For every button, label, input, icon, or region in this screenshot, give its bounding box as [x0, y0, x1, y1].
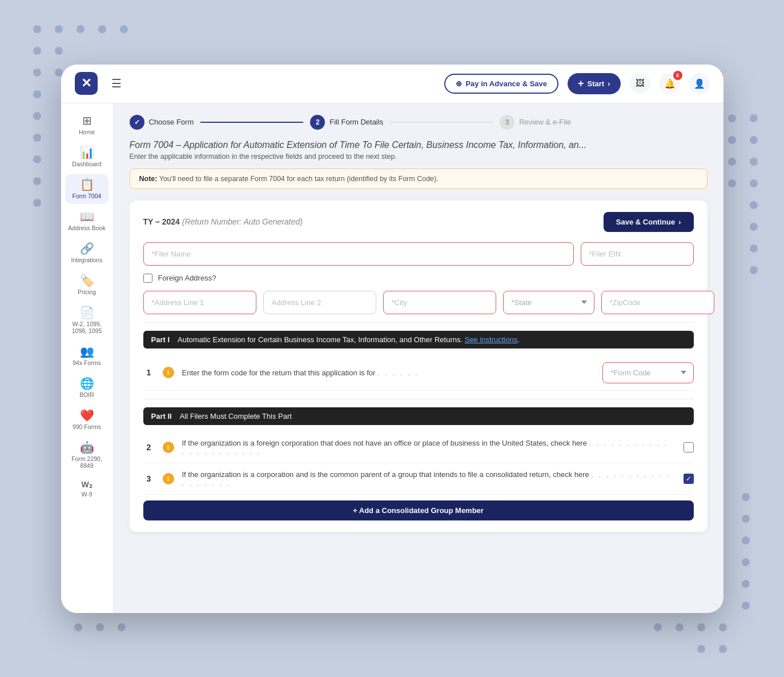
- step-1: ✓ Choose Form: [130, 115, 194, 130]
- address-book-icon: 📖: [80, 211, 94, 222]
- step-connector-2: [390, 122, 493, 123]
- sidebar: ⊞ Home 📊 Dashboard 📋 Form 7004 📖 Address…: [61, 103, 114, 613]
- navbar: ✕ ☰ ⊕ Pay in Advance & Save + Start › 🖼 …: [61, 65, 723, 103]
- foreign-address-label: Foreign Address?: [158, 274, 216, 282]
- sidebar-item-integrations[interactable]: 🔗 Integrations: [65, 238, 108, 268]
- step-3-label: Review & e-File: [519, 118, 571, 126]
- city-input[interactable]: [383, 291, 496, 314]
- sidebar-item-94x[interactable]: 👥 94x Forms: [65, 341, 108, 371]
- image-icon-button[interactable]: 🖼: [630, 73, 650, 94]
- divider-1: [143, 322, 694, 323]
- sidebar-label-address-book: Address Book: [68, 225, 105, 231]
- filer-info-row: [143, 242, 694, 266]
- form7004-icon: 📋: [80, 179, 94, 190]
- step-3-circle: 3: [500, 115, 514, 130]
- sidebar-item-990[interactable]: ❤️ 990 Forms: [65, 405, 108, 435]
- part1-header: Part I Automatic Extension for Certain B…: [143, 331, 694, 348]
- part2-header: Part II All Filers Must Complete This Pa…: [143, 407, 694, 425]
- integrations-icon: 🔗: [80, 243, 94, 254]
- row-2-text: If the organization is a foreign corpora…: [182, 439, 676, 456]
- bell-icon: 🔔: [664, 78, 676, 89]
- part1-description: Automatic Extension for Certain Business…: [178, 335, 520, 344]
- form-card: TY – 2024 (Return Number: Auto Generated…: [130, 201, 707, 532]
- 94x-icon: 👥: [80, 346, 94, 357]
- notification-button[interactable]: 🔔 5: [660, 73, 680, 94]
- sidebar-label-integrations: Integrations: [71, 257, 103, 263]
- sidebar-item-w2[interactable]: 📄 W-2, 1099, 1098, 1095: [65, 302, 108, 339]
- part2-row-3: 3 i If the organization is a corporation…: [143, 463, 694, 495]
- form-card-header: TY – 2024 (Return Number: Auto Generated…: [143, 212, 694, 232]
- menu-icon[interactable]: ☰: [111, 77, 122, 90]
- zip-input[interactable]: [601, 291, 714, 314]
- see-instructions-link[interactable]: See instructions: [465, 335, 518, 344]
- profile-button[interactable]: 👤: [689, 73, 710, 94]
- sidebar-item-dashboard[interactable]: 📊 Dashboard: [65, 142, 108, 172]
- plus-icon: +: [578, 78, 584, 90]
- filer-name-input[interactable]: [143, 242, 574, 266]
- sidebar-item-form7004[interactable]: 📋 Form 7004: [65, 174, 108, 204]
- part2-row-2: 2 i If the organization is a foreign cor…: [143, 432, 694, 463]
- row-3-info-icon: i: [163, 473, 174, 484]
- sidebar-item-form2290[interactable]: 🤖 Form 2290, 8849: [65, 437, 108, 474]
- row-1-number: 1: [143, 368, 155, 377]
- divider-2: [143, 399, 694, 399]
- state-select[interactable]: *State: [503, 291, 594, 314]
- start-button[interactable]: + Start ›: [568, 73, 620, 94]
- chevron-icon: ›: [608, 79, 610, 88]
- sidebar-item-home[interactable]: ⊞ Home: [65, 110, 108, 140]
- app-logo[interactable]: ✕: [75, 72, 98, 95]
- sidebar-label-w2: W-2, 1099, 1098, 1095: [67, 321, 106, 334]
- form2290-icon: 🤖: [80, 442, 94, 453]
- row-2-checkbox[interactable]: [684, 442, 694, 452]
- ty-label: TY – 2024 (Return Number: Auto Generated…: [143, 217, 303, 226]
- form-code-select[interactable]: *Form Code: [602, 362, 694, 383]
- body-layout: ⊞ Home 📊 Dashboard 📋 Form 7004 📖 Address…: [61, 103, 723, 613]
- part2-description: All Filers Must Complete This Part: [180, 412, 292, 420]
- step-1-circle: ✓: [130, 115, 144, 130]
- step-1-label: Choose Form: [149, 118, 194, 126]
- pay-advance-button[interactable]: ⊕ Pay in Advance & Save: [444, 74, 558, 94]
- sidebar-item-pricing[interactable]: 🏷️ Pricing: [65, 270, 108, 300]
- sidebar-item-address-book[interactable]: 📖 Address Book: [65, 206, 108, 236]
- filer-ein-input[interactable]: [581, 242, 694, 266]
- form-subtitle: – Application for Automatic Extension of…: [176, 140, 586, 150]
- part1-row-1: 1 i Enter the form code for the return t…: [143, 355, 694, 391]
- image-icon: 🖼: [636, 78, 645, 89]
- app-container: ✕ ☰ ⊕ Pay in Advance & Save + Start › 🖼 …: [61, 65, 723, 613]
- row-2-number: 2: [143, 443, 155, 452]
- boir-icon: 🌐: [80, 378, 94, 389]
- step-3: 3 Review & e-File: [500, 115, 571, 130]
- sidebar-label-pricing: Pricing: [78, 289, 96, 295]
- foreign-address-row: Foreign Address?: [143, 274, 694, 283]
- w2-icon: 📄: [80, 307, 94, 318]
- address-line2-input[interactable]: [263, 291, 376, 314]
- row-3-checkbox-checked[interactable]: ✓: [684, 474, 694, 484]
- form-title: Form 7004 – Application for Automatic Ex…: [130, 140, 707, 150]
- chevron-right-icon: ›: [678, 218, 681, 226]
- step-2-circle: 2: [310, 115, 325, 130]
- sidebar-label-990: 990 Forms: [73, 423, 101, 430]
- 990-icon: ❤️: [80, 410, 94, 421]
- sidebar-item-boir[interactable]: 🌐 BOIR: [65, 373, 108, 403]
- circle-plus-icon: ⊕: [456, 79, 462, 88]
- sidebar-label-94x: 94x Forms: [73, 359, 101, 366]
- address-row: *State: [143, 291, 694, 314]
- sidebar-item-w9[interactable]: W₂ W-9: [65, 476, 108, 502]
- address-line1-input[interactable]: [143, 291, 256, 314]
- sidebar-label-form2290: Form 2290, 8849: [67, 455, 106, 469]
- dashboard-icon: 📊: [80, 147, 94, 158]
- main-content: ✓ Choose Form 2 Fill Form Details 3 Revi…: [114, 103, 723, 613]
- add-consolidated-member-button[interactable]: + Add a Consolidated Group Member: [143, 500, 694, 520]
- row-3-text: If the organization is a corporation and…: [182, 470, 676, 487]
- step-connector-1: [200, 122, 303, 123]
- pricing-icon: 🏷️: [80, 275, 94, 286]
- w9-icon: W₂: [81, 480, 92, 488]
- sidebar-label-form7004: Form 7004: [73, 193, 102, 199]
- step-2: 2 Fill Form Details: [310, 115, 383, 130]
- row-3-number: 3: [143, 474, 155, 483]
- part2-label: Part II: [151, 412, 172, 420]
- row-1-info-icon: i: [163, 367, 174, 378]
- save-continue-button[interactable]: Save & Continue ›: [604, 212, 694, 232]
- foreign-address-checkbox[interactable]: [143, 274, 152, 283]
- sidebar-label-w9: W-9: [81, 491, 92, 498]
